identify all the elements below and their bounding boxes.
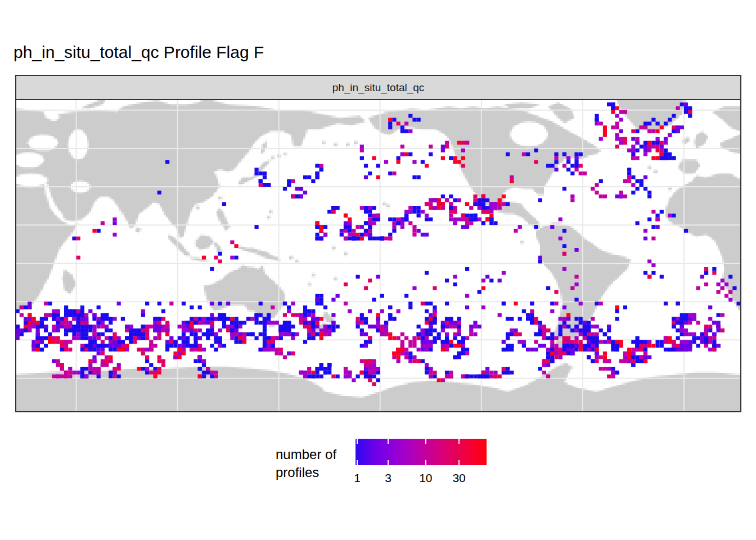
facet-strip: ph_in_situ_total_qc <box>15 75 741 100</box>
colorbar-tick-mark <box>388 460 389 465</box>
colorbar-tick-mark <box>357 460 358 465</box>
colorbar-tick-mark <box>425 460 426 465</box>
colorbar-tick-label: 10 <box>419 471 432 485</box>
legend-title-line1: number of <box>276 446 336 464</box>
colorbar-tick-label: 1 <box>354 471 361 485</box>
colorbar-tick-mark <box>458 460 460 465</box>
map-panel <box>15 99 741 412</box>
legend-title: number of profiles <box>276 446 336 482</box>
colorbar-tick-label: 3 <box>385 471 392 485</box>
colorbar-tick-mark <box>458 439 460 444</box>
colorbar-tick-mark <box>388 439 389 444</box>
facet-strip-label: ph_in_situ_total_qc <box>332 82 425 94</box>
colorbar-tick-mark <box>425 439 426 444</box>
legend-title-line2: profiles <box>276 464 336 482</box>
world-map-canvas <box>16 100 740 411</box>
colorbar-tick-label: 30 <box>452 471 465 485</box>
figure-title: ph_in_situ_total_qc Profile Flag F <box>14 43 264 62</box>
colorbar-tick-mark <box>357 439 358 444</box>
figure: ph_in_situ_total_qc Profile Flag F ph_in… <box>0 0 756 540</box>
legend-colorbar <box>356 439 487 465</box>
legend-tick-labels: 131030 <box>356 471 487 485</box>
